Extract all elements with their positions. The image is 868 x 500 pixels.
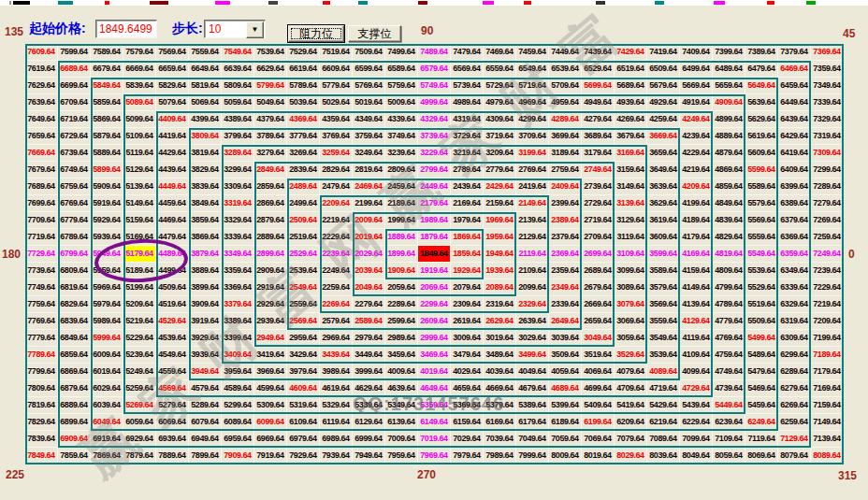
grid-cell[interactable]: 3259.64 [320, 145, 353, 162]
grid-cell[interactable]: 4889.64 [713, 128, 745, 145]
grid-cell[interactable]: 5989.64 [91, 313, 123, 330]
grid-cell[interactable]: 2629.64 [484, 313, 516, 330]
grid-cell[interactable]: 6359.64 [778, 246, 811, 263]
grid-cell[interactable]: 7159.64 [811, 397, 844, 414]
grid-cell[interactable]: 5819.64 [189, 78, 222, 94]
grid-cell[interactable]: 5399.64 [549, 397, 582, 414]
grid-cell[interactable]: 7849.64 [25, 448, 58, 464]
grid-cell[interactable]: 2369.64 [549, 246, 582, 263]
grid-cell[interactable]: 7989.64 [484, 448, 516, 464]
grid-cell[interactable]: 2739.64 [582, 179, 615, 195]
grid-cell[interactable]: 5239.64 [123, 347, 156, 364]
grid-cell[interactable]: 2839.64 [287, 162, 320, 179]
grid-cell[interactable]: 3599.64 [647, 246, 680, 263]
grid-cell[interactable]: 6249.64 [745, 414, 778, 431]
grid-cell[interactable]: 7639.64 [25, 94, 58, 111]
grid-cell[interactable]: 5339.64 [353, 397, 385, 414]
grid-cell[interactable]: 4509.64 [156, 279, 189, 296]
grid-cell[interactable]: 6719.64 [58, 111, 91, 128]
grid-cell[interactable]: 7139.64 [811, 431, 844, 448]
grid-cell[interactable]: 4569.64 [156, 380, 189, 397]
grid-cell[interactable]: 7969.64 [418, 448, 451, 464]
grid-cell[interactable]: 4409.64 [156, 111, 189, 128]
grid-cell[interactable]: 5739.64 [451, 78, 484, 94]
grid-cell[interactable]: 1909.64 [385, 263, 418, 279]
grid-cell[interactable]: 2959.64 [287, 330, 320, 347]
grid-cell[interactable]: 6039.64 [91, 397, 123, 414]
grid-cell[interactable]: 4399.64 [189, 111, 222, 128]
grid-cell[interactable]: 7109.64 [713, 431, 745, 448]
grid-cell[interactable]: 6809.64 [58, 263, 91, 279]
grid-cell[interactable]: 3869.64 [189, 229, 222, 246]
grid-cell[interactable]: 2789.64 [451, 162, 484, 179]
grid-cell[interactable]: 2989.64 [385, 330, 418, 347]
grid-cell[interactable]: 4579.64 [189, 380, 222, 397]
grid-cell[interactable]: 2759.64 [549, 162, 582, 179]
grid-cell[interactable]: 6129.64 [353, 414, 385, 431]
grid-cell[interactable]: 5439.64 [680, 397, 713, 414]
grid-cell[interactable]: 6549.64 [516, 61, 549, 78]
grid-cell[interactable]: 2709.64 [582, 229, 615, 246]
grid-cell[interactable]: 3139.64 [615, 195, 647, 212]
grid-cell[interactable]: 6739.64 [58, 145, 91, 162]
grid-cell[interactable]: 5019.64 [353, 94, 385, 111]
grid-cell[interactable]: 3319.64 [222, 195, 254, 212]
grid-cell[interactable]: 5309.64 [254, 397, 287, 414]
grid-cell[interactable]: 4519.64 [156, 296, 189, 313]
grid-cell[interactable]: 8019.64 [582, 448, 615, 464]
grid-cell[interactable]: 5839.64 [123, 78, 156, 94]
grid-cell[interactable]: 7659.64 [25, 128, 58, 145]
grid-cell[interactable]: 7279.64 [811, 195, 844, 212]
grid-cell[interactable]: 7239.64 [811, 263, 844, 279]
grid-cell[interactable]: 5979.64 [91, 296, 123, 313]
grid-cell[interactable]: 1939.64 [484, 263, 516, 279]
grid-cell[interactable]: 2049.64 [353, 279, 385, 296]
grid-cell[interactable]: 6669.64 [123, 61, 156, 78]
grid-cell[interactable]: 6959.64 [222, 431, 254, 448]
grid-cell[interactable]: 7039.64 [484, 431, 516, 448]
grid-cell[interactable]: 7149.64 [811, 414, 844, 431]
grid-cell[interactable]: 6479.64 [745, 61, 778, 78]
grid-cell[interactable]: 2639.64 [516, 313, 549, 330]
grid-cell[interactable]: 4609.64 [287, 380, 320, 397]
grid-cell[interactable]: 2359.64 [549, 263, 582, 279]
grid-cell[interactable]: 5789.64 [287, 78, 320, 94]
grid-cell[interactable]: 5549.64 [745, 246, 778, 263]
grid-cell[interactable]: 7869.64 [91, 448, 123, 464]
grid-cell[interactable]: 7079.64 [615, 431, 647, 448]
grid-cell[interactable]: 4269.64 [615, 111, 647, 128]
grid-cell[interactable]: 2439.64 [451, 179, 484, 195]
grid-cell[interactable]: 2139.64 [516, 212, 549, 229]
grid-cell[interactable]: 3709.64 [516, 128, 549, 145]
grid-cell[interactable]: 2179.64 [418, 195, 451, 212]
grid-cell[interactable]: 7069.64 [582, 431, 615, 448]
grid-cell[interactable]: 7049.64 [516, 431, 549, 448]
grid-cell[interactable]: 6859.64 [58, 347, 91, 364]
grid-cell[interactable]: 3359.64 [222, 263, 254, 279]
grid-cell[interactable]: 5039.64 [287, 94, 320, 111]
grid-cell[interactable]: 7309.64 [811, 145, 844, 162]
grid-cell[interactable]: 6519.64 [615, 61, 647, 78]
grid-cell[interactable]: 7519.64 [320, 44, 353, 61]
grid-cell[interactable]: 7229.64 [811, 279, 844, 296]
grid-cell[interactable]: 7539.64 [254, 44, 287, 61]
grid-cell[interactable]: 3659.64 [647, 145, 680, 162]
grid-cell[interactable]: 6439.64 [778, 111, 811, 128]
grid-cell[interactable]: 3949.64 [189, 364, 222, 380]
grid-cell[interactable]: 7169.64 [811, 380, 844, 397]
grid-cell[interactable]: 6049.64 [91, 414, 123, 431]
grid-cell[interactable]: 4719.64 [647, 380, 680, 397]
grid-cell[interactable]: 7979.64 [451, 448, 484, 464]
grid-cell[interactable]: 2879.64 [254, 212, 287, 229]
grid-cell[interactable]: 3999.64 [353, 364, 385, 380]
grid-cell[interactable]: 7469.64 [484, 44, 516, 61]
grid-cell[interactable]: 5899.64 [91, 162, 123, 179]
grid-cell[interactable]: 2569.64 [287, 313, 320, 330]
grid-cell[interactable]: 5059.64 [222, 94, 254, 111]
grid-cell[interactable]: 2519.64 [287, 229, 320, 246]
grid-cell[interactable]: 3559.64 [647, 313, 680, 330]
grid-cell[interactable]: 3189.64 [549, 145, 582, 162]
grid-cell[interactable]: 3689.64 [582, 128, 615, 145]
grid-cell[interactable]: 5209.64 [123, 296, 156, 313]
grid-cell[interactable]: 5069.64 [189, 94, 222, 111]
